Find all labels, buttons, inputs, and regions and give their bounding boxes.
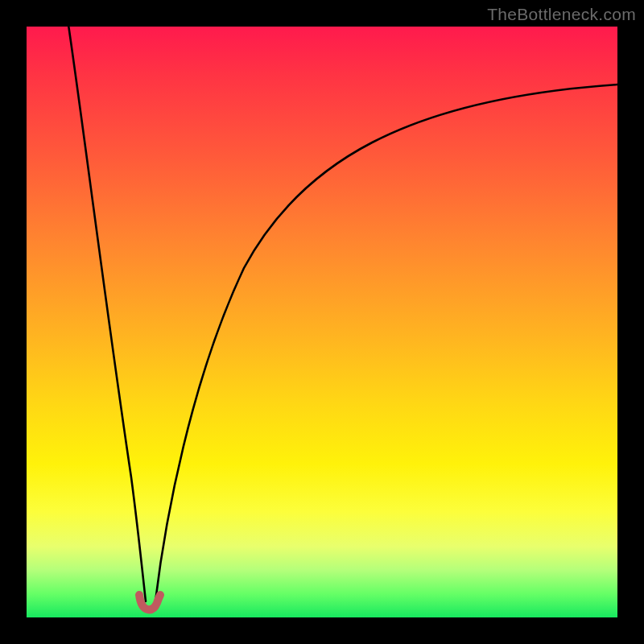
curve-left-branch: [68, 25, 146, 601]
valley-marker: [139, 595, 160, 609]
chart-frame: TheBottleneck.com: [0, 0, 644, 644]
plot-area: [27, 27, 617, 617]
chart-svg: [27, 27, 617, 617]
curve-right-branch: [155, 85, 617, 601]
watermark-text: TheBottleneck.com: [487, 5, 636, 24]
